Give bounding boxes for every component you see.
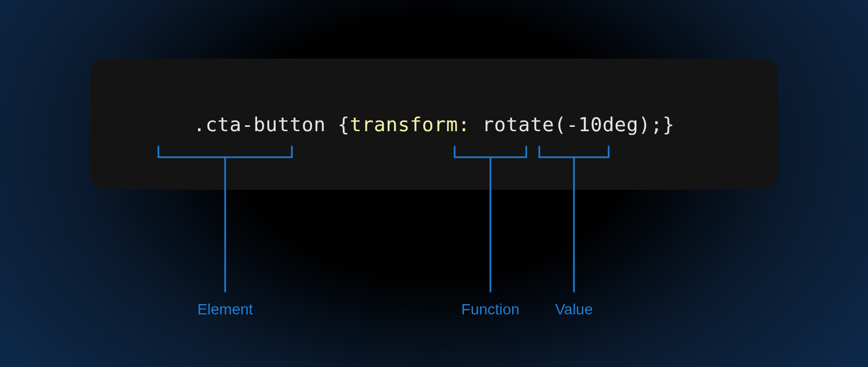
code-space xyxy=(470,113,482,136)
code-block: .cta-button {transform: rotate(-10deg);} xyxy=(90,59,778,190)
code-function: rotate xyxy=(482,113,554,136)
annotation-label-element: Element xyxy=(197,301,253,318)
code-line: .cta-button {transform: rotate(-10deg);} xyxy=(193,113,674,136)
code-brace-open: { xyxy=(326,113,349,136)
annotation-label-value: Value xyxy=(555,301,593,318)
code-brace-close: } xyxy=(662,113,674,136)
annotation-label-function: Function xyxy=(461,301,519,318)
code-semicolon: ; xyxy=(650,113,662,136)
code-property: transform: xyxy=(350,113,470,136)
code-paren-close: ) xyxy=(639,113,650,136)
code-selector: .cta-button xyxy=(193,113,326,136)
code-value: -10deg xyxy=(566,113,639,136)
code-paren-open: ( xyxy=(554,113,566,136)
